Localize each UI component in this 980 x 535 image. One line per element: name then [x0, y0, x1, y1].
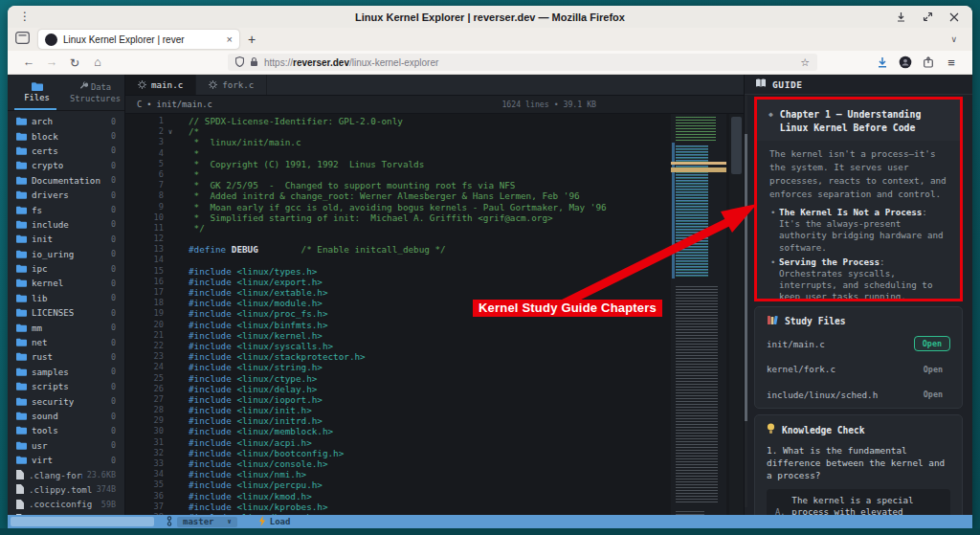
tree-file-row[interactable]: .clang-format23.6KB — [8, 467, 124, 481]
code-line: 30#include <linux/memblock.h> — [125, 426, 669, 436]
chapter-bullet-icon: ◆ — [768, 108, 773, 135]
browser-tab-title: Linux Kernel Explorer | rever — [63, 34, 221, 45]
code-line: 13#define DEBUG /* Enable initcall_debug… — [125, 244, 669, 255]
tree-folder-row[interactable]: net0 — [8, 335, 124, 349]
line-number: 8 — [127, 190, 164, 201]
reload-button[interactable]: ↻ — [63, 56, 86, 70]
shield-icon[interactable] — [235, 54, 244, 71]
url-bar[interactable]: https://reverser.dev/linux-kernel-explor… — [228, 54, 817, 71]
back-button[interactable]: ← — [17, 56, 40, 69]
study-files-card: Study Files init/main.cOpenkernel/fork.c… — [754, 306, 963, 409]
knowledge-check-card: Knowledge Check 1. What is the fundament… — [754, 414, 963, 528]
tree-folder-row[interactable]: scripts0 — [8, 379, 124, 393]
bookmark-star-icon[interactable]: ☆ — [800, 56, 810, 69]
line-number: 18 — [127, 298, 164, 308]
chapter-card[interactable]: ◆ Chapter 1 — Understanding Linux Kernel… — [757, 100, 960, 299]
tree-folder-row[interactable]: samples0 — [8, 365, 124, 379]
tree-folder-row[interactable]: fs0 — [8, 202, 124, 216]
code-editor: main.cfork.c C • init/main.c 1624 lines … — [125, 75, 744, 528]
code-line: 3 * linux/init/main.c — [125, 137, 669, 147]
line-number: 32 — [127, 448, 164, 458]
line-number: 34 — [127, 469, 164, 479]
tree-folder-row[interactable]: arch0 — [8, 114, 124, 128]
code-line: 12 — [125, 234, 669, 244]
tree-folder-row[interactable]: certs0 — [8, 144, 124, 158]
code-viewport[interactable]: 1// SPDX-License-Identifier: GPL-2.0-onl… — [125, 114, 744, 528]
line-number: 37 — [127, 502, 164, 512]
editor-tab-main.c[interactable]: main.c — [125, 75, 196, 95]
code-line: 8 * Added initrd & change_root: Werner A… — [125, 190, 669, 201]
line-number: 6 — [127, 169, 164, 180]
branch-selector[interactable]: master ∨ — [177, 517, 237, 527]
book-icon — [755, 78, 767, 90]
sidebar-tab-data-structures[interactable]: Data Structures — [66, 75, 124, 110]
tree-folder-row[interactable]: virt0 — [8, 453, 124, 467]
tree-folder-row[interactable]: LICENSES0 — [8, 305, 124, 320]
tree-folder-row[interactable]: include0 — [8, 217, 124, 232]
line-number: 9 — [127, 202, 164, 212]
tree-folder-row[interactable]: kernel0 — [8, 276, 124, 290]
tree-folder-row[interactable]: sound0 — [8, 409, 124, 423]
site-favicon — [45, 33, 57, 46]
tree-folder-row[interactable]: drivers0 — [8, 188, 124, 202]
hamburger-menu-icon[interactable]: ≡ — [940, 56, 963, 70]
new-tab-button[interactable]: + — [248, 32, 256, 47]
line-number: 12 — [127, 234, 164, 244]
minimize-icon[interactable] — [896, 9, 906, 26]
line-number: 25 — [127, 373, 164, 384]
tree-file-row[interactable]: .clippy.toml374B — [8, 482, 124, 497]
folder-icon — [32, 82, 43, 91]
tree-folder-row[interactable]: lib0 — [8, 291, 124, 305]
kebab-menu-icon[interactable]: ⋮ — [19, 6, 31, 28]
tree-folder-row[interactable]: security0 — [8, 393, 124, 408]
editor-tab-fork.c[interactable]: fork.c — [196, 75, 267, 95]
tree-folder-row[interactable]: init0 — [8, 232, 124, 246]
tree-folder-row[interactable]: io_uring0 — [8, 247, 124, 261]
sidebar-tab-files[interactable]: Files — [8, 75, 66, 110]
quiz-question: 1. What is the fundamental difference be… — [755, 440, 962, 481]
line-number: 17 — [127, 287, 164, 298]
fold-chevron-icon[interactable]: ∨ — [164, 126, 177, 137]
line-number: 11 — [127, 223, 164, 234]
editor-scrollbar[interactable] — [729, 114, 744, 528]
forward-button[interactable]: → — [40, 56, 63, 69]
tree-folder-row[interactable]: usr0 — [8, 438, 124, 453]
tab-close-icon[interactable]: × — [227, 33, 233, 45]
breadcrumb-path: init/main.c — [157, 100, 212, 109]
code-line: 24#include <linux/string.h> — [125, 362, 669, 372]
list-tabs-chevron-icon[interactable]: ∨ — [950, 34, 965, 44]
share-icon[interactable] — [917, 56, 940, 68]
tree-folder-row[interactable]: mm0 — [8, 320, 124, 334]
load-button[interactable]: Load — [258, 516, 291, 528]
status-bar: master ∨ Load — [8, 515, 972, 528]
guide-panel: GUIDE ◆ Chapter 1 — Understanding Linux … — [744, 75, 972, 528]
tree-folder-row[interactable]: rust0 — [8, 349, 124, 364]
minimap[interactable] — [671, 114, 726, 528]
line-number: 23 — [127, 351, 164, 362]
restore-icon[interactable] — [923, 9, 933, 26]
language-badge: C — [137, 100, 142, 109]
code-line: 32#include <linux/bootconfig.h> — [125, 448, 669, 458]
lock-icon[interactable] — [250, 54, 258, 71]
close-window-icon[interactable] — [949, 9, 959, 26]
open-button[interactable]: Open — [914, 336, 950, 351]
navigation-toolbar: ← → ↻ ⌂ https://reverser.dev/linux-kerne… — [8, 51, 972, 75]
tree-folder-row[interactable]: Documentation0 — [8, 173, 124, 188]
tree-folder-row[interactable]: ipc0 — [8, 261, 124, 276]
tree-folder-row[interactable]: block0 — [8, 128, 124, 143]
downloads-icon[interactable] — [871, 56, 894, 68]
open-button[interactable]: Open — [916, 388, 950, 401]
open-button[interactable]: Open — [916, 363, 950, 376]
wrench-icon — [79, 81, 88, 92]
account-badge-icon[interactable] — [894, 56, 917, 69]
tree-folder-row[interactable]: crypto0 — [8, 158, 124, 172]
file-tree[interactable]: arch0block0certs0crypto0Documentation0dr… — [8, 111, 124, 528]
tree-file-row[interactable]: .cocciconfig59B — [8, 497, 124, 511]
firefox-view-icon[interactable] — [15, 31, 30, 48]
browser-tab[interactable]: Linux Kernel Explorer | rever × — [38, 30, 239, 49]
scrollbar-thumb[interactable] — [731, 117, 742, 174]
home-button[interactable]: ⌂ — [86, 56, 109, 69]
breadcrumb: C • init/main.c 1624 lines • 39.1 KB — [125, 96, 744, 114]
guide-scrollbar[interactable] — [745, 96, 747, 507]
tree-folder-row[interactable]: tools0 — [8, 423, 124, 437]
